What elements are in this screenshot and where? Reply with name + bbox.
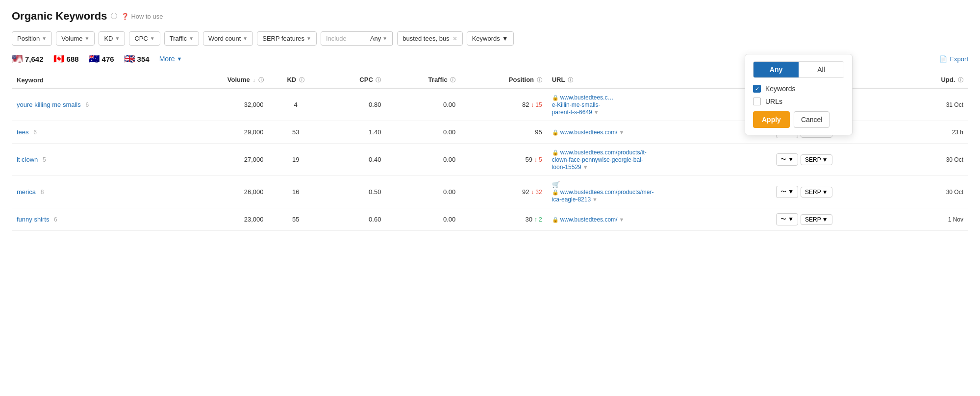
keyword-link[interactable]: youre killing me smalls (17, 101, 81, 108)
keyword-link[interactable]: it clown (17, 156, 38, 163)
trend-button[interactable]: 〜 ▼ (776, 153, 798, 166)
chevron-down-icon: ▼ (189, 36, 194, 41)
position-cell: 82 ↓ 15 (460, 88, 547, 121)
url-td: 🔒www.bustedtees.com/products/it-clown-fa… (547, 144, 771, 176)
serp-features-filter[interactable]: SERP features ▼ (257, 31, 317, 46)
stat-ca[interactable]: 🇨🇦 688 (53, 53, 79, 64)
traffic-cell: 0.00 (386, 176, 460, 208)
word-count-badge: 5 (43, 156, 46, 163)
col-volume[interactable]: Volume ↓ ⓘ (176, 72, 268, 88)
position-cell: 30 ↑ 2 (460, 208, 547, 231)
cancel-button[interactable]: Cancel (794, 111, 830, 128)
toggle-any-button[interactable]: Any (754, 62, 799, 77)
more-button[interactable]: More ▼ (159, 55, 182, 63)
upd-cell: 30 Oct (904, 176, 968, 208)
close-icon[interactable]: ✕ (452, 35, 457, 42)
chevron-down-icon[interactable]: ▼ (619, 217, 624, 223)
traffic-filter[interactable]: Traffic ▼ (164, 31, 199, 46)
chevron-down-icon: ▼ (243, 36, 248, 41)
url-link[interactable]: www.bustedtees.com/products/mer-ica-eagl… (552, 189, 654, 203)
chevron-down-icon[interactable]: ▼ (619, 129, 624, 135)
kd-cell: 19 (269, 144, 323, 176)
keywords-dropdown-btn[interactable]: Keywords ▼ (467, 31, 514, 46)
cpc-cell: 1.40 (323, 121, 386, 144)
chevron-down-icon[interactable]: ▼ (592, 197, 598, 202)
keyword-tag[interactable]: busted tees, bus ✕ (397, 31, 462, 46)
stat-gb[interactable]: 🇬🇧 354 (124, 53, 150, 64)
position-cell: 92 ↓ 32 (460, 176, 547, 208)
position-cell: 59 ↓ 5 (460, 144, 547, 176)
chevron-down-icon[interactable]: ▼ (594, 109, 599, 115)
include-any-toggle[interactable]: Any ▼ (365, 32, 393, 45)
url-link[interactable]: www.bustedtees.c…e-Killin-me-smalls-pare… (552, 94, 614, 116)
chevron-down-icon: ▼ (502, 35, 508, 42)
col-kd-info-icon: ⓘ (299, 77, 304, 83)
position-down-icon: ↓ 5 (534, 156, 542, 163)
keyword-cell: youre killing me smalls 6 (12, 88, 176, 121)
word-count-badge: 6 (85, 101, 89, 108)
lock-icon: 🔒 (552, 189, 559, 195)
stat-au[interactable]: 🇦🇺 476 (89, 53, 114, 64)
position-value: 92 (522, 188, 529, 196)
export-button[interactable]: 📄 Export (939, 55, 968, 63)
question-icon: ❓ (121, 13, 129, 20)
include-placeholder: Include (321, 32, 365, 45)
serp-button[interactable]: SERP ▼ (801, 214, 832, 225)
urls-option-label: URLs (765, 98, 782, 105)
traffic-cell: 0.00 (386, 208, 460, 231)
serp-button[interactable]: SERP ▼ (801, 187, 832, 198)
url-link[interactable]: www.bustedtees.com/products/it-clown-fac… (552, 149, 647, 171)
serp-button[interactable]: SERP ▼ (801, 154, 832, 165)
word-count-filter[interactable]: Word count ▼ (203, 31, 253, 46)
actions-cell: 〜 ▼ SERP ▼ (771, 176, 904, 208)
keywords-checkbox-row[interactable]: ✓ Keywords (753, 85, 844, 93)
cpc-cell: 0.60 (323, 208, 386, 231)
url-link[interactable]: www.bustedtees.com/ (560, 129, 618, 136)
trend-button[interactable]: 〜 ▼ (776, 186, 798, 198)
url-cell: 🔒www.bustedtees.com/▼ (552, 128, 766, 136)
position-filter[interactable]: Position ▼ (12, 31, 52, 46)
volume-cell: 27,000 (176, 144, 268, 176)
flag-gb: 🇬🇧 (124, 53, 135, 64)
position-value: 95 (535, 128, 542, 136)
word-count-badge: 6 (54, 216, 57, 223)
cpc-filter[interactable]: CPC ▼ (129, 31, 160, 46)
table-row: it clown 5 27,000 19 0.40 0.00 59 ↓ 5 🔒w… (12, 144, 968, 176)
volume-filter[interactable]: Volume ▼ (56, 31, 95, 46)
keywords-dropdown-overlay: Any All ✓ Keywords URLs Apply Cancel (745, 54, 853, 135)
url-cell: 🔒www.bustedtees.com/products/mer-ica-eag… (552, 188, 766, 203)
cart-icon[interactable]: 🛒 (552, 181, 560, 188)
how-to-use-link[interactable]: ❓ How to use (121, 13, 163, 20)
lock-icon: 🔒 (552, 95, 559, 100)
col-url-info-icon: ⓘ (568, 77, 573, 83)
volume-cell: 29,000 (176, 121, 268, 144)
word-count-badge: 8 (41, 189, 44, 196)
url-td: 🔒www.bustedtees.com/▼ (547, 121, 771, 144)
keywords-checkbox[interactable]: ✓ (753, 85, 761, 93)
cpc-cell: 0.80 (323, 88, 386, 121)
chevron-down-icon: ▼ (85, 36, 90, 41)
col-traffic-info-icon: ⓘ (450, 77, 455, 83)
kd-filter[interactable]: KD ▼ (99, 31, 125, 46)
page-title-info-icon: ⓘ (111, 12, 117, 21)
position-value: 30 (526, 216, 532, 223)
stat-us[interactable]: 🇺🇸 7,642 (12, 53, 44, 64)
include-group: Include Any ▼ (321, 31, 393, 46)
col-position-info-icon: ⓘ (537, 77, 542, 83)
chevron-down-icon[interactable]: ▼ (583, 164, 588, 170)
toggle-all-button[interactable]: All (799, 62, 844, 77)
traffic-cell: 0.00 (386, 144, 460, 176)
kd-cell: 55 (269, 208, 323, 231)
urls-checkbox[interactable] (753, 98, 761, 105)
trend-button[interactable]: 〜 ▼ (776, 213, 798, 225)
traffic-cell: 0.00 (386, 121, 460, 144)
filter-bar: Position ▼ Volume ▼ KD ▼ CPC ▼ Traffic ▼… (12, 31, 968, 46)
urls-checkbox-row[interactable]: URLs (753, 98, 844, 105)
keyword-link[interactable]: merica (17, 188, 36, 196)
chevron-down-icon: ▼ (115, 36, 120, 41)
keyword-link[interactable]: funny shirts (17, 216, 49, 223)
apply-button[interactable]: Apply (753, 111, 790, 128)
keyword-link[interactable]: tees (17, 128, 29, 136)
url-link[interactable]: www.bustedtees.com/ (560, 216, 618, 223)
export-icon: 📄 (939, 55, 947, 63)
